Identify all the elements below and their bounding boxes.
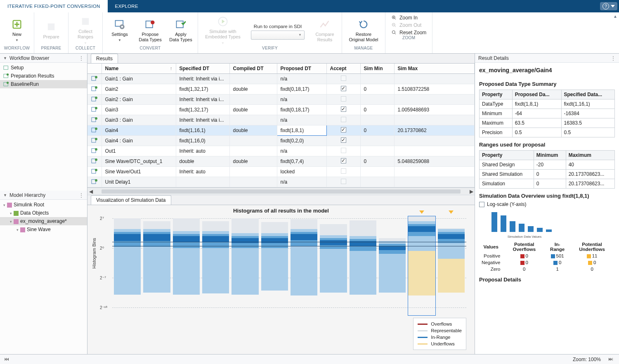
nav-last-icon[interactable]: ⏭ [608, 356, 615, 363]
settings-button[interactable]: Settings ▼ [107, 19, 132, 43]
column-header[interactable]: Accept [326, 64, 360, 74]
table-row[interactable]: Gain2fixdt(1,32,17)doublefixdt(0,18,17)0… [87, 84, 475, 95]
scroll-right-icon[interactable]: ▶ [468, 189, 475, 194]
column-header[interactable]: Compiled DT [229, 64, 277, 74]
table-row[interactable]: Gain2 : GainInherit: Inherit via i...n/a [87, 95, 475, 105]
ranges-table: PropertyMinimumMaximumShared Design-2040… [479, 150, 615, 189]
group-collect-label: COLLECT [69, 46, 102, 53]
svg-point-19 [95, 76, 97, 78]
table-row[interactable]: Gain4fixdt(1,16,1)doublefixdt(1,8,1)020.… [87, 125, 475, 136]
svg-point-25 [95, 107, 97, 109]
svg-point-15 [7, 73, 9, 76]
svg-rect-8 [177, 21, 183, 28]
group-manage-label: MANAGE [342, 46, 385, 53]
nav-first-icon[interactable]: ⏮ [4, 356, 11, 363]
apply-datatypes-button[interactable]: Apply Data Types [168, 19, 194, 42]
overview-heading: Simulation Data Overview using fixdt(1,8… [479, 193, 615, 199]
prepare-button: Prepare [38, 21, 64, 40]
result-details-path: ex_moving_average/Gain4 [479, 65, 615, 77]
table-row[interactable]: Sine Wave/DTC_output_1doubledoublefixdt(… [87, 156, 475, 167]
group-verify-label: VERIFY [198, 46, 342, 53]
histogram-title: Histograms of all results in the model [87, 205, 475, 216]
zoom-in-button[interactable]: Zoom In [391, 15, 426, 21]
hierarchy-item[interactable]: ▾Data Objects [0, 209, 87, 217]
h-scrollbar[interactable] [102, 189, 461, 194]
tab-iterative[interactable]: ITERATIVE FIXED-POINT CONVERSION [0, 0, 108, 12]
column-header[interactable]: Name ↑ [102, 64, 176, 74]
model-hierarchy-tree: ▾Simulink Root▾Data Objects▾ex_moving_av… [0, 200, 87, 234]
simulation-overview-table: ValuesPotential OverflowsIn-RangePotenti… [479, 241, 615, 272]
svg-point-37 [95, 169, 97, 171]
main-tabstrip: ITERATIVE FIXED-POINT CONVERSION EXPLORE… [0, 0, 619, 12]
column-header[interactable]: Sim Max [394, 64, 475, 74]
scroll-left-icon[interactable]: ◀ [87, 189, 94, 194]
histogram-bar[interactable] [232, 216, 258, 315]
tab-results[interactable]: Results [91, 54, 118, 63]
sdi-run-dropdown[interactable]: ▼ [251, 31, 305, 40]
zoom-out-button[interactable]: Zoom Out [391, 22, 426, 28]
svg-rect-1 [48, 24, 54, 30]
hierarchy-item[interactable]: ▾Simulink Root [0, 201, 87, 209]
workflow-item[interactable]: Preparation Results [0, 72, 87, 80]
table-row[interactable]: Gain3 : GainInherit: Inherit via i...n/a [87, 115, 475, 125]
table-row[interactable]: Gain1 : GainInherit: Inherit via i...n/a [87, 74, 475, 84]
histogram-legend: Overflows Representable In-Range Underfl… [413, 318, 466, 350]
column-header[interactable]: Sim Min [360, 64, 394, 74]
svg-point-29 [95, 128, 97, 130]
prepare-label: Prepare [43, 34, 59, 40]
summary-heading: Proposed Data Type Summary [479, 81, 615, 87]
results-table[interactable]: Name ↑Specified DTCompiled DTProposed DT… [87, 64, 475, 187]
histogram-bar[interactable] [320, 216, 347, 315]
column-header[interactable]: Specified DT [176, 64, 229, 74]
histogram-bar[interactable] [261, 216, 288, 315]
svg-point-23 [95, 97, 97, 99]
workflow-item[interactable]: Setup [0, 64, 87, 72]
svg-point-33 [95, 148, 97, 151]
workflow-browser-menu-icon[interactable]: ⋮ [79, 55, 84, 61]
group-convert-label: CONVERT [103, 46, 198, 53]
simulate-label: Simulate with Embedded Types [205, 29, 240, 39]
propose-datatypes-button[interactable]: Propose Data Types [137, 19, 163, 42]
tab-explore[interactable]: EXPLORE [108, 0, 146, 12]
new-button[interactable]: New ▼ [4, 19, 30, 43]
histogram-bar[interactable] [202, 216, 229, 315]
collect-label: Collect Ranges [78, 29, 93, 39]
result-details-menu-icon[interactable]: ⋮ [611, 55, 616, 61]
column-header[interactable]: Proposed DT [277, 64, 326, 74]
table-row[interactable]: Out1Inherit: auton/a [87, 146, 475, 156]
histogram-bar[interactable] [350, 216, 376, 315]
zoom-indicator: Zoom: 100% [573, 357, 601, 362]
histogram-bar[interactable] [379, 216, 406, 315]
workflow-tree: SetupPreparation ResultsBaselineRun [0, 63, 87, 191]
logscale-checkbox[interactable] [479, 202, 484, 207]
table-row[interactable]: Sine Wave/Out1Inherit: autolocked [87, 167, 475, 177]
histogram-bar[interactable] [114, 216, 141, 315]
histogram-bar[interactable] [438, 216, 465, 315]
table-row[interactable]: Gain4 : Gainfixdt(1,16,0)fixdt(0,2,0) [87, 136, 475, 146]
settings-label: Settings [111, 32, 128, 37]
svg-rect-2 [82, 18, 89, 25]
model-hierarchy-menu-icon[interactable]: ⋮ [79, 192, 84, 198]
new-label: New [12, 32, 21, 37]
help-dropdown[interactable]: ? [600, 2, 617, 10]
mini-histogram: Simulation Data Values [483, 210, 566, 239]
svg-point-31 [95, 138, 97, 140]
collapse-ribbon-icon[interactable]: ▲ [612, 13, 618, 19]
hierarchy-item[interactable]: ▾ex_moving_average* [0, 217, 87, 225]
table-row[interactable]: Gain3fixdt(1,32,17)doublefixdt(0,18,17)0… [87, 105, 475, 115]
statusbar: ⏮ Zoom: 100% ⏭ [0, 354, 619, 364]
result-details-title: Result Details [478, 55, 509, 61]
tab-visualization[interactable]: Visualization of Simulation Data [91, 195, 171, 205]
histogram-area[interactable]: 2⁷2⁰2⁻⁷2⁻¹⁸ [112, 216, 466, 315]
histogram-bar[interactable] [143, 216, 170, 315]
histogram-bar[interactable] [173, 216, 200, 315]
hierarchy-item[interactable]: ▾Sine Wave [0, 225, 87, 234]
svg-rect-13 [4, 66, 8, 70]
reset-zoom-button[interactable]: Reset Zoom [391, 30, 426, 35]
table-row[interactable]: Unit Delay1n/a [87, 177, 475, 187]
histogram-bar[interactable] [408, 216, 435, 315]
workflow-item[interactable]: BaselineRun [0, 80, 87, 88]
restore-model-button[interactable]: Restore Original Model [346, 19, 381, 42]
datatype-summary-table: PropertyProposed Da...Specified Data...D… [479, 90, 615, 137]
histogram-bar[interactable] [291, 216, 317, 315]
